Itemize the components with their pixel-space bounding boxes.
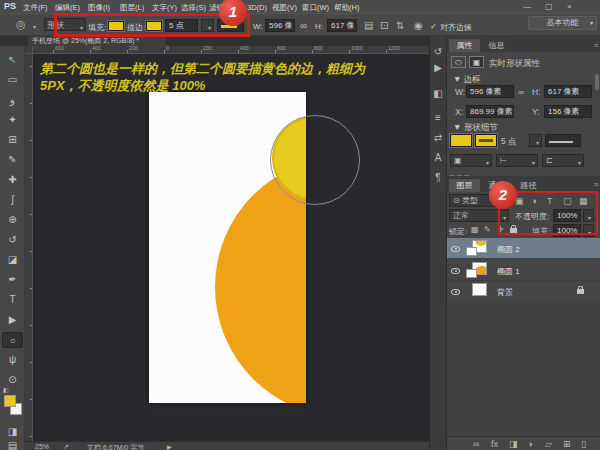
layers-panel-menu-icon[interactable]: ≡ [594, 181, 598, 188]
layer-row-背景[interactable]: 背景 [447, 281, 600, 302]
prop-stroke-type-dropdown[interactable] [545, 134, 581, 147]
mask-props-icon[interactable]: ▣ [469, 56, 484, 68]
path-ops-icon[interactable]: ▤ [364, 20, 373, 31]
menu-选择(S)[interactable]: 选择(S) [181, 3, 206, 13]
adjustments-panel-icon[interactable]: ≡ [430, 112, 446, 123]
annotation-badge-2: 2 [489, 181, 517, 209]
menu-编辑(E)[interactable]: 编辑(E) [55, 3, 80, 13]
healing-brush-tool[interactable]: ✚ [2, 172, 23, 188]
layer-row-椭圆 2[interactable]: 椭圆 2 [447, 238, 600, 259]
tool-presets-panel-icon[interactable]: ▶ [430, 62, 446, 73]
layer-visibility-icon[interactable] [451, 246, 460, 252]
layers-footer-icon-0[interactable]: ∞ [473, 439, 479, 449]
gear-icon[interactable]: ◉ [414, 20, 423, 31]
layers-footer-icon-3[interactable]: ◑ [527, 439, 532, 449]
menu-文件(F)[interactable]: 文件(F) [23, 3, 48, 13]
quick-select-tool[interactable]: ✦ [2, 112, 23, 128]
prop-y-field[interactable]: 156 像素 [544, 105, 592, 118]
layer-visibility-icon[interactable] [451, 268, 460, 274]
screen-mode-icon[interactable]: ▤ [2, 438, 23, 450]
properties-panel-menu-icon[interactable]: ≡ [594, 42, 598, 49]
ellipse-tool-preset-icon[interactable]: ◎ [16, 18, 26, 31]
tab-属性[interactable]: 属性 [449, 39, 480, 52]
history-brush-tool[interactable]: ↺ [2, 232, 23, 248]
zoom-level[interactable]: 25% [35, 443, 49, 450]
prop-stroke-swatch[interactable] [475, 134, 497, 147]
menu-视图(V)[interactable]: 视图(V) [272, 3, 297, 13]
eraser-tool[interactable]: ◪ [2, 252, 23, 268]
layer-visibility-icon[interactable] [451, 289, 460, 295]
brush-tool[interactable]: ʃ [2, 192, 23, 208]
layer-name[interactable]: 背景 [497, 287, 513, 298]
layers-footer-icon-5[interactable]: ⊞ [563, 439, 571, 449]
character-panel-icon[interactable]: A [430, 152, 446, 163]
menu-帮助(H)[interactable]: 帮助(H) [334, 3, 359, 13]
prop-x-field[interactable]: 869.99 像素 [466, 105, 514, 118]
marquee-tool[interactable]: ▭ [2, 72, 23, 88]
ellipse-tool[interactable]: ○ [2, 332, 23, 348]
width-field[interactable]: 596 像 [265, 19, 295, 32]
close-button[interactable]: × [567, 2, 572, 11]
height-field[interactable]: 617 像 [327, 19, 357, 32]
clone-source-panel-icon[interactable]: ◧ [430, 88, 446, 99]
history-panel-icon[interactable]: ↺ [430, 46, 446, 57]
lock-icon-0[interactable]: ▦ [471, 225, 479, 234]
menu-3D(D)[interactable]: 3D(D) [247, 3, 267, 12]
paragraph-panel-icon[interactable]: ¶ [430, 172, 446, 183]
hand-tool[interactable]: ψ [2, 352, 23, 368]
path-align-icon[interactable]: ⊡ [380, 20, 388, 31]
export-icon[interactable]: ↗ [63, 443, 69, 450]
foreground-color-swatch[interactable] [4, 395, 16, 407]
minimize-button[interactable]: — [523, 2, 531, 11]
properties-scrollbar[interactable] [595, 74, 599, 90]
prop-link-icon[interactable]: ∞ [518, 87, 524, 97]
lock-icon-1[interactable]: ✎ [484, 225, 491, 234]
zoom-tool[interactable]: ⊙ [2, 372, 23, 388]
type-tool[interactable]: T [2, 292, 23, 308]
path-arrange-icon[interactable]: ⇅ [396, 20, 404, 31]
prop-fill-swatch[interactable] [450, 134, 472, 147]
vector-mask-thumbnail[interactable] [466, 269, 477, 278]
layer-thumbnail[interactable] [472, 283, 487, 296]
document-tab[interactable]: 手机壁纸 @ 25%(椭圆 2, RGB/8) * [28, 36, 166, 46]
align-edges-checkbox[interactable]: ✓ [430, 22, 437, 31]
eyedropper-tool[interactable]: ✎ [2, 152, 23, 168]
layers-footer-icon-4[interactable]: ▱ [545, 439, 552, 449]
layers-footer-icon-1[interactable]: fx [491, 439, 498, 449]
prop-stroke-width[interactable]: 5 点 [501, 136, 517, 148]
move-tool[interactable]: ↖ [2, 52, 23, 68]
status-arrow-icon[interactable]: ▶ [167, 443, 172, 450]
collapsed-panels-strip: ↺▶◧≡⇄A¶ [430, 36, 446, 450]
layers-footer-icon-2[interactable]: ◨ [509, 439, 518, 449]
clone-stamp-tool[interactable]: ⊕ [2, 212, 23, 228]
menu-图像(I)[interactable]: 图像(I) [88, 3, 110, 13]
right-dock: ↺▶◧≡⇄A¶ ≡ ⬭ ▣ 实时形状属性 ▼ 边框 W: 596 像素 ∞ H:… [429, 36, 600, 450]
pen-tool[interactable]: ✒ [2, 272, 23, 288]
link-dimensions-icon[interactable]: ∞ [300, 20, 307, 31]
swap-panel-icon[interactable]: ⇄ [430, 132, 446, 143]
menu-窗口(W)[interactable]: 窗口(W) [302, 3, 329, 13]
prop-h-field[interactable]: 617 像素 [544, 85, 592, 98]
details-section-label[interactable]: ▼ 形状细节 [453, 122, 498, 134]
canvas-area[interactable]: 第二个圆也是一样的，但第二个圆要描黄色的边，粗细为 5PX，不透明度依然是 10… [33, 54, 429, 443]
maximize-button[interactable]: ▢ [545, 2, 553, 11]
layer-name[interactable]: 椭圆 2 [497, 244, 520, 255]
layers-footer-icon-6[interactable]: ▯ [581, 439, 586, 449]
menu-图层(L)[interactable]: 图层(L) [120, 3, 144, 13]
prop-stroke-width-dropdown[interactable]: ▾ [529, 134, 542, 147]
layer-row-椭圆 1[interactable]: 椭圆 1 [447, 260, 600, 281]
crop-tool[interactable]: ⊞ [2, 132, 23, 148]
vector-mask-thumbnail[interactable] [466, 247, 477, 256]
stroke-caps-dropdown[interactable]: ⊢▾ [496, 154, 538, 167]
stroke-corners-dropdown[interactable]: ⊏▾ [542, 154, 584, 167]
stroke-align-dropdown[interactable]: ▣▾ [450, 154, 492, 167]
tab-图层[interactable]: 图层 [449, 179, 480, 192]
tab-信息[interactable]: 信息 [481, 39, 512, 52]
lasso-tool[interactable]: و [2, 92, 23, 108]
path-select-tool[interactable]: ▶ [2, 312, 23, 328]
menu-文字(Y)[interactable]: 文字(Y) [152, 3, 177, 13]
tool-preset-dropdown-icon[interactable]: ▾ [33, 23, 36, 30]
workspace-switcher[interactable]: 基本功能▾ [528, 16, 597, 30]
prop-w-field[interactable]: 596 像素 [466, 85, 514, 98]
layer-name[interactable]: 椭圆 1 [497, 266, 520, 277]
